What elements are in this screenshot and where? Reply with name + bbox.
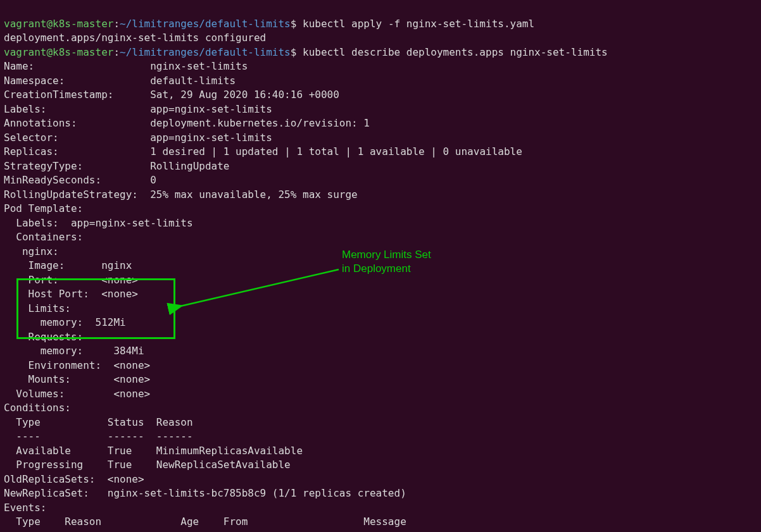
containers-header: Containers: <box>4 231 83 243</box>
output-line: deployment.apps/nginx-set-limits configu… <box>4 32 266 44</box>
field-strategy-type: StrategyType: RollingUpdate <box>4 160 229 172</box>
events-header: Events: <box>4 502 46 514</box>
prompt-dir: ~/limitranges/default-limits <box>120 18 291 30</box>
field-name: Name: nginx-set-limits <box>4 60 248 72</box>
dollar: $ <box>291 18 303 30</box>
limits-memory: memory: 512Mi <box>4 316 126 328</box>
condition-available: Available True MinimumReplicasAvailable <box>4 445 303 457</box>
conditions-header: Conditions: <box>4 402 71 414</box>
field-min-ready-seconds: MinReadySeconds: 0 <box>4 174 156 186</box>
pod-template-header: Pod Template: <box>4 202 83 214</box>
dollar: $ <box>291 46 303 58</box>
colon: : <box>113 46 120 58</box>
field-rolling-update-strategy: RollingUpdateStrategy: 25% max unavailab… <box>4 189 358 201</box>
command-text: kubectl describe deployments.apps nginx-… <box>303 46 608 58</box>
field-namespace: Namespace: default-limits <box>4 75 236 87</box>
pod-labels: Labels: app=nginx-set-limits <box>4 217 193 229</box>
prompt-dir: ~/limitranges/default-limits <box>120 46 291 58</box>
limits-header: Limits: <box>4 302 71 314</box>
container-mounts: Mounts: <none> <box>4 373 150 385</box>
new-replicaset: NewReplicaSet: nginx-set-limits-bc785b8c… <box>4 487 406 499</box>
condition-progressing: Progressing True NewReplicaSetAvailable <box>4 459 291 471</box>
field-labels: Labels: app=nginx-set-limits <box>4 103 272 115</box>
field-selector: Selector: app=nginx-set-limits <box>4 132 272 144</box>
conditions-divider: ---- ------ ------ <box>4 430 193 442</box>
conditions-columns: Type Status Reason <box>4 416 193 428</box>
old-replicasets: OldReplicaSets: <none> <box>4 473 144 485</box>
container-host-port: Host Port: <none> <box>4 288 138 300</box>
container-environment: Environment: <none> <box>4 359 150 371</box>
prompt-user-host: vagrant@k8s-master <box>4 18 113 30</box>
annotation-line2: in Deployment <box>342 263 411 275</box>
volumes: Volumes: <none> <box>4 388 150 400</box>
requests-header: Requests: <box>4 331 83 343</box>
field-creation-timestamp: CreationTimestamp: Sat, 29 Aug 2020 16:4… <box>4 89 339 101</box>
annotation-label: Memory Limits Set in Deployment <box>342 248 431 276</box>
container-nginx-header: nginx: <box>4 245 59 257</box>
requests-memory: memory: 384Mi <box>4 345 144 357</box>
field-replicas: Replicas: 1 desired | 1 updated | 1 tota… <box>4 145 522 158</box>
colon: : <box>113 18 120 30</box>
command-text: kubectl apply -f nginx-set-limits.yaml <box>303 18 534 30</box>
container-image: Image: nginx <box>4 259 132 271</box>
events-divider: ---- ------ ---- ---- ------- <box>4 530 406 533</box>
container-port: Port: <none> <box>4 274 138 286</box>
annotation-line1: Memory Limits Set <box>342 249 431 261</box>
prompt-user-host: vagrant@k8s-master <box>4 46 113 58</box>
events-columns: Type Reason Age From Message <box>4 516 406 528</box>
field-annotations: Annotations: deployment.kubernetes.io/re… <box>4 117 370 129</box>
